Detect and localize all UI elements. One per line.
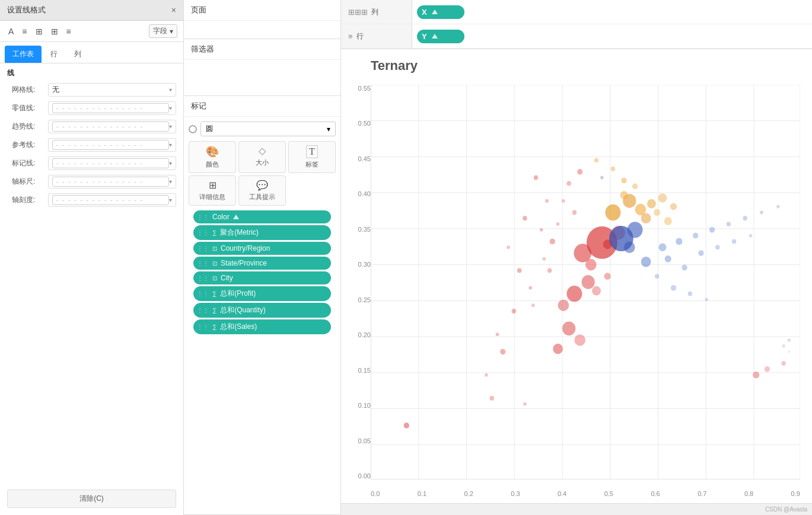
field-dropdown[interactable]: 字段 ▾ [149, 24, 177, 38]
trendline-row: 趋势线: - - - - - - - - - - - - - - - ▾ [0, 117, 183, 136]
svg-point-82 [500, 349, 505, 355]
svg-point-91 [577, 169, 582, 175]
svg-point-53 [781, 361, 785, 366]
svg-point-39 [658, 193, 667, 203]
rows-icon: ≡ [348, 32, 353, 41]
svg-point-92 [566, 181, 571, 186]
svg-point-45 [558, 299, 569, 311]
svg-point-59 [727, 222, 731, 226]
x-field-pill[interactable]: X [417, 5, 464, 19]
text-icon[interactable]: A [6, 25, 16, 37]
trendline-select[interactable]: - - - - - - - - - - - - - - - ▾ [48, 120, 176, 133]
refline-row: 参考线: - - - - - - - - - - - - - - - ▾ [0, 136, 183, 154]
chevron-down-icon: ▾ [170, 27, 173, 36]
svg-point-83 [485, 373, 488, 377]
label-label: 标签 [305, 160, 319, 169]
x-label: X [422, 8, 427, 17]
drag-handle: ⋮⋮ [197, 260, 209, 267]
chevron-down-icon: ▾ [169, 87, 172, 93]
left-panel-title: 设置线格式 [7, 5, 46, 15]
tooltip-button[interactable]: 💬 工具提示 [238, 175, 286, 206]
marks-type-select[interactable]: 圆 ▾ [200, 121, 336, 136]
svg-point-41 [632, 184, 638, 190]
svg-point-60 [743, 216, 747, 220]
marks-section: 标记 圆 ▾ 🎨 颜色 ◇ 大小 T 标签 [184, 96, 340, 515]
tab-column[interactable]: 列 [66, 46, 89, 63]
gridline-select[interactable]: 无 ▾ [48, 83, 176, 97]
markline-row: 标记线: - - - - - - - - - - - - - - - ▾ [0, 154, 183, 172]
x-label-5: 0.5 [604, 490, 613, 497]
grid-icon[interactable]: ⊞ [33, 25, 45, 37]
y-label-5: 0.30 [358, 261, 371, 268]
table-icon[interactable]: ⊞ [49, 25, 60, 37]
axisruler-row: 轴标尺: - - - - - - - - - - - - - - - ▾ [0, 172, 183, 191]
drag-handle: ⋮⋮ [197, 229, 209, 236]
svg-point-96 [562, 199, 565, 203]
svg-point-37 [641, 213, 651, 223]
axistick-select[interactable]: - - - - - - - - - - - - - - - ▾ [48, 193, 176, 207]
axisruler-label: 轴标尺: [12, 177, 44, 187]
label-button[interactable]: T 标签 [288, 141, 336, 173]
page-label: 页面 [184, 0, 340, 21]
svg-point-90 [594, 158, 598, 162]
svg-point-27 [585, 259, 597, 271]
svg-point-98 [556, 222, 560, 226]
x-label-7: 0.7 [698, 490, 706, 497]
detail-label: 详细信息 [199, 193, 225, 201]
svg-point-56 [676, 238, 682, 245]
bottom-bar: CSDN @Avasla [341, 503, 812, 515]
tab-worksheet[interactable]: 工作表 [5, 46, 42, 63]
svg-point-42 [664, 217, 672, 225]
svg-point-68 [732, 239, 736, 244]
chevron-down-icon: ▾ [169, 197, 172, 203]
chevron-down-icon: ▾ [169, 178, 172, 185]
svg-point-57 [693, 233, 698, 239]
color-button[interactable]: 🎨 颜色 [189, 141, 236, 173]
drag-handle: ⋮⋮ [197, 324, 209, 330]
svg-point-44 [566, 286, 582, 302]
svg-point-63 [665, 255, 671, 263]
svg-point-95 [621, 178, 626, 184]
close-icon[interactable]: × [171, 5, 176, 15]
color-field-item: ⋮⋮ Color [193, 210, 331, 223]
left-panel-header: 设置线格式 × [0, 0, 183, 21]
tab-row[interactable]: 行 [43, 46, 65, 63]
country-field-item: ⋮⋮ ⊡ Country/Region [193, 242, 331, 255]
svg-point-79 [528, 286, 532, 290]
axisruler-select[interactable]: - - - - - - - - - - - - - - - ▾ [48, 175, 176, 188]
refline-select[interactable]: - - - - - - - - - - - - - - - ▾ [48, 138, 176, 152]
svg-point-101 [547, 268, 552, 273]
svg-point-97 [572, 210, 577, 215]
gridline-label: 网格线: [12, 85, 44, 95]
drag-handle: ⋮⋮ [197, 214, 209, 220]
size-button[interactable]: ◇ 大小 [238, 141, 286, 173]
circle-icon [189, 125, 197, 133]
zeroline-select[interactable]: - - - - - - - - - - - - - - - ▾ [48, 101, 176, 115]
triangle-icon [432, 9, 438, 14]
list-icon[interactable]: ≡ [20, 25, 29, 37]
svg-point-55 [658, 243, 666, 251]
filter-area [184, 60, 340, 95]
chevron-down-icon: ▾ [169, 160, 172, 167]
rows-axis-label: ≡ 行 [341, 24, 412, 48]
trendline-label: 趋势线: [12, 121, 44, 132]
marks-type-label: 圆 [206, 124, 213, 134]
chevron-down-icon: ▾ [169, 142, 172, 148]
detail-button[interactable]: ⊞ 详细信息 [189, 175, 236, 206]
y-label-3: 0.40 [358, 190, 371, 197]
x-label-9: 0.9 [791, 490, 800, 497]
y-label-10: 0.05 [358, 437, 371, 444]
x-label-3: 0.3 [511, 490, 520, 497]
lines-icon[interactable]: ≡ [64, 25, 74, 37]
svg-point-78 [517, 268, 521, 273]
chart-title: Ternary [371, 58, 418, 73]
filter-section: 筛选器 [184, 39, 340, 96]
size-label: 大小 [256, 158, 269, 167]
watermark: CSDN @Avasla [765, 506, 807, 513]
clear-button[interactable]: 清除(C) [7, 490, 176, 508]
axistick-label: 轴刻度: [12, 195, 44, 205]
markline-select[interactable]: - - - - - - - - - - - - - - - ▾ [48, 156, 176, 170]
y-field-pill[interactable]: Y [417, 30, 464, 43]
svg-point-89 [788, 351, 791, 353]
y-axis-labels: 0.55 0.50 0.45 0.40 0.35 0.30 0.25 0.20 … [347, 85, 371, 479]
